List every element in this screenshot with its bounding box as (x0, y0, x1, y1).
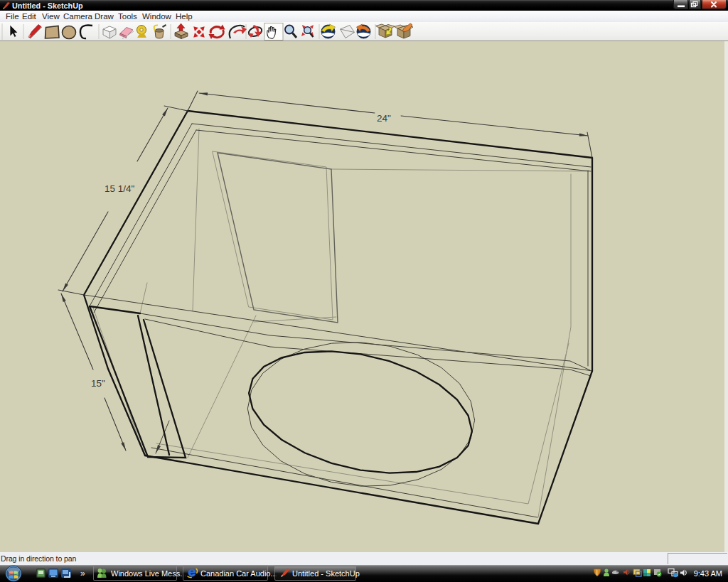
svg-text:15 1/4": 15 1/4" (105, 183, 135, 194)
svg-text:15": 15" (91, 378, 105, 389)
svg-text:24": 24" (377, 113, 391, 124)
svg-text:»: » (80, 568, 85, 578)
